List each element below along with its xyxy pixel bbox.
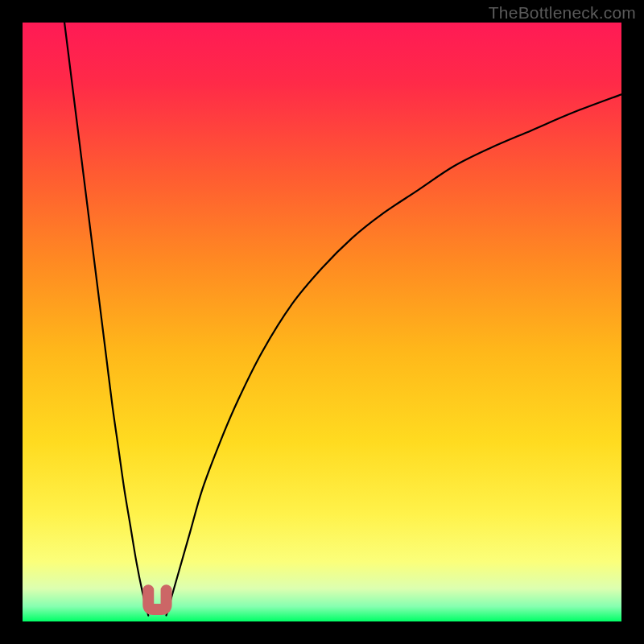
svg-rect-0 [23, 23, 621, 621]
watermark-text: TheBottleneck.com [489, 3, 636, 23]
plot-frame [23, 23, 621, 621]
background-gradient [23, 23, 621, 621]
